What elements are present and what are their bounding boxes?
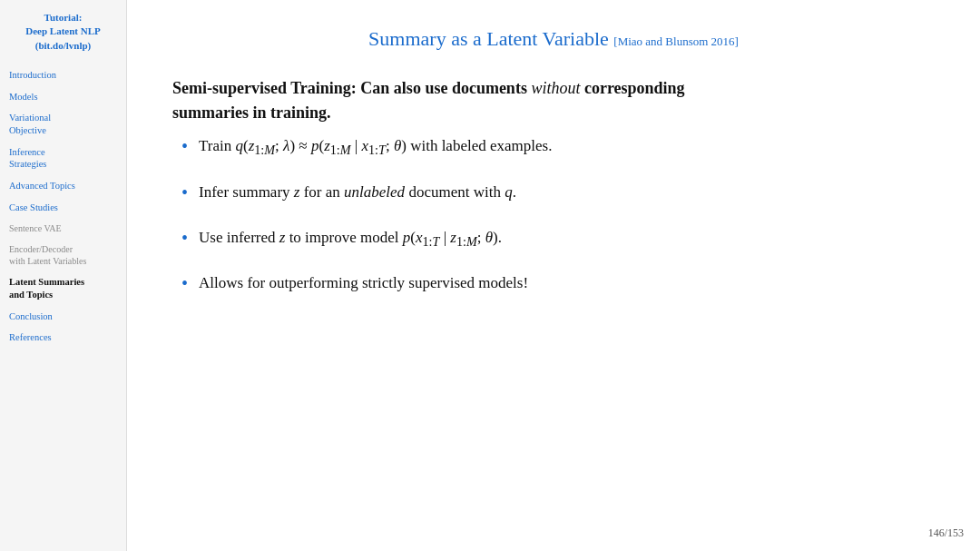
sidebar-item-models[interactable]: Models bbox=[9, 91, 117, 103]
sidebar-item-encoder-decoder[interactable]: Encoder/Decoderwith Latent Variables bbox=[9, 243, 117, 267]
page-number: 146/153 bbox=[928, 526, 964, 540]
sidebar-item-case-studies[interactable]: Case Studies bbox=[9, 202, 117, 214]
slide-title: Summary as a Latent Variable [Miao and B… bbox=[172, 27, 935, 51]
main-content: Summary as a Latent Variable [Miao and B… bbox=[127, 0, 980, 551]
sidebar-item-variational[interactable]: VariationalObjective bbox=[9, 112, 117, 136]
sidebar-title: Tutorial:Deep Latent NLP(bit.do/lvnlp) bbox=[9, 11, 117, 53]
section-heading: Semi-supervised Training: Can also use d… bbox=[172, 76, 935, 125]
sidebar-item-references[interactable]: References bbox=[9, 331, 117, 344]
bullet-item-1: • Train q(z1:M; λ) ≈ p(z1:M | x1:T; θ) w… bbox=[181, 134, 935, 161]
bullet-item-3: • Use inferred z to improve model p(x1:T… bbox=[181, 226, 935, 252]
bullet-item-2: • Infer summary z for an unlabeled docum… bbox=[181, 181, 935, 206]
bullet-text-4: Allows for outperforming strictly superv… bbox=[199, 271, 528, 295]
bullet-dot-4: • bbox=[181, 270, 188, 297]
bullet-dot-1: • bbox=[181, 133, 188, 160]
sidebar-item-advanced[interactable]: Advanced Topics bbox=[9, 180, 117, 192]
bullet-dot-2: • bbox=[181, 179, 188, 206]
sidebar-item-latent-summaries[interactable]: Latent Summariesand Topics bbox=[9, 276, 117, 300]
sidebar: Tutorial:Deep Latent NLP(bit.do/lvnlp) I… bbox=[0, 0, 127, 551]
bullet-text-1: Train q(z1:M; λ) ≈ p(z1:M | x1:T; θ) wit… bbox=[199, 134, 552, 161]
bullet-dot-3: • bbox=[181, 224, 188, 251]
sidebar-item-conclusion[interactable]: Conclusion bbox=[9, 310, 117, 323]
sidebar-item-sentence-vae[interactable]: Sentence VAE bbox=[9, 222, 117, 234]
bullet-text-3: Use inferred z to improve model p(x1:T |… bbox=[199, 226, 502, 252]
bullet-list: • Train q(z1:M; λ) ≈ p(z1:M | x1:T; θ) w… bbox=[172, 134, 935, 297]
sidebar-item-introduction[interactable]: Introduction bbox=[9, 69, 117, 82]
sidebar-item-inference[interactable]: InferenceStrategies bbox=[9, 146, 117, 171]
slide-title-ref: [Miao and Blunsom 2016] bbox=[613, 34, 739, 48]
bullet-item-4: • Allows for outperforming strictly supe… bbox=[181, 271, 935, 297]
bullet-text-2: Infer summary z for an unlabeled documen… bbox=[199, 181, 516, 204]
